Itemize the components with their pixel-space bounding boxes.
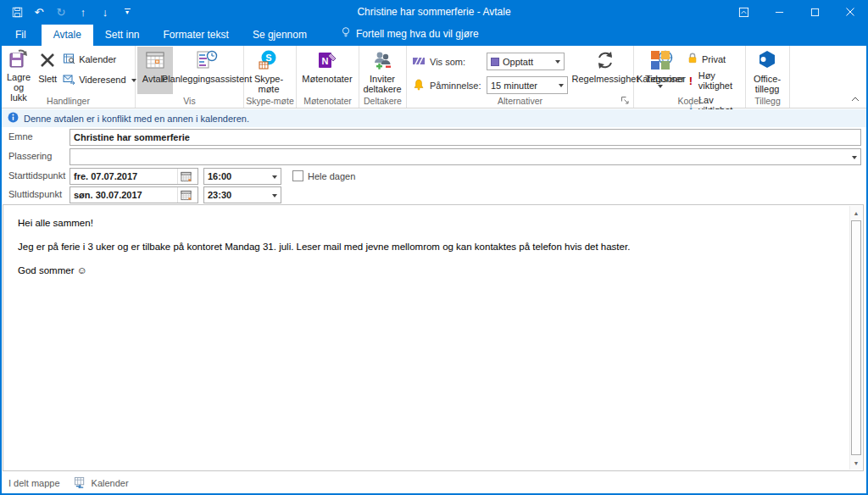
high-importance-icon: ! <box>687 75 695 87</box>
invite-attendees-label: Inviter deltakere <box>363 74 401 94</box>
forward-icon <box>63 73 75 86</box>
start-date-input[interactable]: fre. 07.07.2017 <box>70 168 198 185</box>
scroll-up-icon[interactable]: ▲ <box>850 206 862 220</box>
scheduling-assistant-button[interactable]: Planleggingsassistent <box>173 47 241 94</box>
ribbon-tab-row: Fil Avtale Sett inn Formater tekst Se gj… <box>0 24 868 46</box>
close-icon[interactable] <box>832 0 868 24</box>
office-addins-label: Office-tillegg <box>751 74 783 94</box>
group-motenotater: N Møtenotater Møtenotater <box>297 46 359 108</box>
end-datepicker-icon[interactable] <box>177 187 194 203</box>
shared-calendar-icon <box>74 476 86 490</box>
meeting-notes-button[interactable]: N Møtenotater <box>298 47 356 94</box>
tab-sett-inn[interactable]: Sett inn <box>93 25 152 46</box>
folder-name: Kalender <box>92 478 129 488</box>
tab-formater-tekst[interactable]: Formater tekst <box>152 25 241 46</box>
message-body-text: Hei alle sammen! Jeg er på ferie i 3 uke… <box>18 217 837 288</box>
conflict-message: Denne avtalen er i konflikt med en annen… <box>24 114 249 124</box>
end-time-value: 23:30 <box>208 190 231 200</box>
delete-icon <box>37 48 58 72</box>
group-koder: Kategoriser Privat ! Høy viktighet <box>634 46 746 108</box>
folder-indicator[interactable]: Kalender <box>74 476 129 490</box>
end-date-input[interactable]: søn. 30.07.2017 <box>70 186 198 203</box>
start-datepicker-icon[interactable] <box>177 169 194 184</box>
reminder-bell-icon <box>412 78 426 93</box>
body-scrollbar[interactable]: ▲ ▼ <box>849 206 862 470</box>
dialog-launcher-icon[interactable] <box>620 96 631 106</box>
body-line-3: God sommer ☺ <box>18 264 837 276</box>
high-importance-label: Høy viktighet <box>698 70 742 91</box>
move-up-icon[interactable]: ↑ <box>73 3 93 21</box>
save-icon[interactable] <box>7 3 27 21</box>
quick-access-toolbar: ↶ ↻ ↑ ↓ ▾ <box>0 3 137 21</box>
onenote-icon: N <box>316 48 338 72</box>
calendar-label: Kalender <box>79 54 116 64</box>
show-as-arrow-icon <box>555 60 560 66</box>
tab-se-gjennom[interactable]: Se gjennom <box>241 25 319 46</box>
group-tillegg: Office-tillegg Tillegg <box>746 46 790 108</box>
message-body[interactable]: Hei alle sammen! Jeg er på ferie i 3 uke… <box>3 204 864 471</box>
private-button[interactable]: Privat <box>685 51 743 67</box>
appointment-view-button[interactable]: Avtale <box>137 47 173 94</box>
lock-icon <box>687 52 698 66</box>
titlebar: ↶ ↻ ↑ ↓ ▾ Christine har sommerferie - Av… <box>0 0 868 24</box>
end-date-value: søn. 30.07.2017 <box>74 190 142 200</box>
customize-qat-icon[interactable]: ▾ <box>117 3 137 21</box>
save-close-icon <box>8 48 30 70</box>
tell-me-box[interactable]: Fortell meg hva du vil gjøre <box>331 22 489 46</box>
show-as-value: Opptatt <box>503 57 552 67</box>
skype-icon: S <box>258 48 280 72</box>
forward-label: Videresend <box>79 75 125 85</box>
maximize-icon[interactable] <box>797 0 832 24</box>
delete-button[interactable]: Slett <box>34 47 61 94</box>
save-and-close-button[interactable]: Lagre og lukk <box>3 47 34 94</box>
ribbon-empty-space <box>790 46 866 108</box>
svg-text:S: S <box>265 53 271 63</box>
recurrence-label: Regelmessighet <box>572 74 639 84</box>
tab-fil[interactable]: Fil <box>0 25 42 46</box>
outlook-appointment-window: ↶ ↻ ↑ ↓ ▾ Christine har sommerferie - Av… <box>0 0 868 495</box>
all-day-checkbox[interactable]: Hele dagen <box>292 170 355 181</box>
office-addin-icon <box>756 48 778 72</box>
subject-input[interactable]: Christine har sommerferie <box>70 129 861 146</box>
collapse-ribbon-icon[interactable] <box>851 94 860 104</box>
tell-me-label: Fortell meg hva du vil gjøre <box>356 28 479 40</box>
scheduling-assistant-label: Planleggingsassistent <box>162 74 252 84</box>
show-as-dropdown[interactable]: Opptatt <box>487 53 565 70</box>
body-line-2: Jeg er på ferie i 3 uker og er tilbake p… <box>18 241 837 253</box>
skype-meeting-button[interactable]: S Skype-møte <box>246 47 292 94</box>
group-label-motenotater: Møtenotater <box>297 96 359 106</box>
location-input[interactable] <box>70 148 861 165</box>
all-day-checkbox-box[interactable] <box>292 170 303 181</box>
lightbulb-icon <box>341 26 351 41</box>
svg-text:N: N <box>322 56 329 66</box>
group-label-tillegg: Tillegg <box>746 96 789 106</box>
invite-attendees-icon <box>371 48 393 72</box>
office-addins-button[interactable]: Office-tillegg <box>748 47 787 94</box>
minimize-icon[interactable] <box>761 0 797 24</box>
recurrence-button[interactable]: Regelmessighet <box>570 47 641 94</box>
forward-button[interactable]: Videresend <box>61 72 137 87</box>
invite-attendees-button[interactable]: Inviter deltakere <box>361 47 403 94</box>
start-date-value: fre. 07.07.2017 <box>74 171 137 181</box>
move-down-icon[interactable]: ↓ <box>95 3 115 21</box>
appointment-icon <box>144 48 166 72</box>
group-deltakere: Inviter deltakere Deltakere <box>359 46 407 108</box>
scroll-down-icon[interactable]: ▼ <box>850 456 862 470</box>
start-time-dropdown[interactable]: 16:00 <box>203 168 281 185</box>
categorize-button[interactable]: Kategoriser <box>636 47 685 94</box>
calendar-button[interactable]: Kalender <box>61 52 137 67</box>
group-label-alternativer: Alternativer <box>407 96 633 106</box>
high-importance-button[interactable]: ! Høy viktighet <box>685 70 743 92</box>
reminder-dropdown[interactable]: 15 minutter <box>487 76 568 94</box>
show-as-label: Vis som: <box>430 57 482 67</box>
window-controls <box>726 0 868 24</box>
ribbon-display-options-icon[interactable] <box>726 0 761 24</box>
undo-icon[interactable]: ↶ <box>29 3 49 21</box>
tab-avtale[interactable]: Avtale <box>42 25 93 46</box>
scrollbar-thumb[interactable] <box>851 220 861 455</box>
location-label: Plassering <box>8 151 52 161</box>
end-time-arrow-icon <box>272 194 277 200</box>
location-dropdown-arrow[interactable] <box>852 156 857 162</box>
end-time-dropdown[interactable]: 23:30 <box>203 186 281 203</box>
show-as-icon <box>412 54 426 70</box>
